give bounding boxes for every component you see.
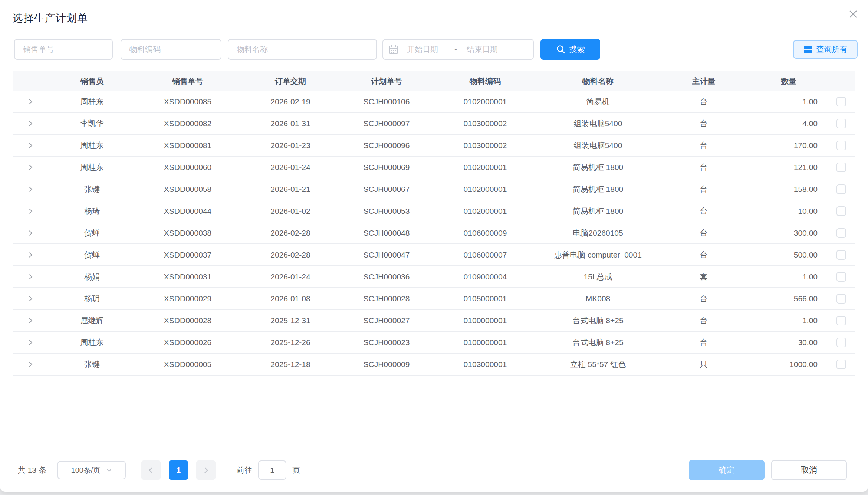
row-checkbox[interactable]: [836, 206, 846, 216]
cell-plan-no: SCJH000106: [341, 97, 432, 106]
cell-unit: 台: [657, 184, 750, 194]
cell-plan-no: SCJH000009: [341, 360, 432, 369]
table-row[interactable]: 周桂东 XSDD000060 2026-01-24 SCJH000069 010…: [13, 157, 855, 178]
table-row[interactable]: 周桂东 XSDD000085 2026-02-19 SCJH000106 010…: [13, 91, 855, 113]
table-row[interactable]: 周桂东 XSDD000026 2025-12-26 SCJH000023 010…: [13, 332, 855, 354]
bottom-bar: 共 13 条 100条/页 1 前往: [0, 460, 868, 480]
cell-qty: 10.00: [750, 207, 827, 216]
table-row[interactable]: 杨玥 XSDD000029 2026-01-08 SCJH000028 0105…: [13, 288, 855, 310]
cell-material-code: 0100000001: [432, 316, 539, 325]
expand-chevron-icon[interactable]: [27, 186, 34, 193]
material-code-input[interactable]: [121, 39, 221, 60]
cell-sales-order: XSDD000060: [136, 163, 240, 172]
goto-page-input[interactable]: [258, 460, 286, 480]
col-header-sales-order: 销售单号: [136, 76, 240, 86]
expand-chevron-icon[interactable]: [27, 120, 34, 127]
sales-order-input[interactable]: [14, 39, 113, 60]
table-row[interactable]: 张键 XSDD000005 2025-12-18 SCJH000009 0103…: [13, 354, 855, 376]
table-row[interactable]: 李凯华 XSDD000082 2026-01-31 SCJH000097 010…: [13, 113, 855, 135]
row-checkbox[interactable]: [836, 272, 846, 282]
query-all-button-label: 查询所有: [816, 44, 848, 55]
search-button[interactable]: 搜索: [540, 39, 600, 60]
cell-material-code: 0102000001: [432, 97, 539, 106]
row-checkbox[interactable]: [836, 316, 846, 325]
table-body: 周桂东 XSDD000085 2026-02-19 SCJH000106 010…: [13, 91, 855, 376]
row-checkbox[interactable]: [836, 119, 846, 128]
row-checkbox[interactable]: [836, 338, 846, 347]
cell-delivery-date: 2026-01-21: [240, 185, 341, 194]
date-start-placeholder[interactable]: 开始日期: [407, 44, 451, 55]
cell-material-code: 0100000001: [432, 338, 539, 347]
expand-chevron-icon[interactable]: [27, 361, 34, 368]
cell-material-code: 0105000001: [432, 294, 539, 303]
expand-chevron-icon[interactable]: [27, 142, 34, 149]
expand-chevron-icon[interactable]: [27, 98, 34, 105]
cell-delivery-date: 2026-02-28: [240, 229, 341, 237]
date-end-placeholder[interactable]: 结束日期: [467, 44, 511, 55]
page-number-current[interactable]: 1: [169, 460, 188, 480]
row-checkbox[interactable]: [836, 97, 846, 106]
cell-qty: 1.00: [750, 97, 827, 106]
expand-chevron-icon[interactable]: [27, 273, 34, 280]
dialog-title: 选择生产计划单: [13, 11, 88, 25]
cell-qty: 1.00: [750, 316, 827, 325]
expand-chevron-icon[interactable]: [27, 339, 34, 346]
cell-material-name: 简易机柜 1800: [539, 162, 657, 173]
table-row[interactable]: 贺蝉 XSDD000038 2026-02-28 SCJH000048 0106…: [13, 222, 855, 244]
col-header-qty: 数量: [750, 76, 827, 86]
cell-sales-order: XSDD000058: [136, 185, 240, 194]
cell-sales-order: XSDD000026: [136, 338, 240, 347]
prev-page-button[interactable]: [141, 460, 161, 480]
row-checkbox[interactable]: [836, 360, 846, 369]
cell-material-code: 0102000001: [432, 163, 539, 172]
expand-chevron-icon[interactable]: [27, 317, 34, 324]
select-production-plan-dialog: 选择生产计划单: [0, 0, 868, 492]
expand-chevron-icon[interactable]: [27, 252, 34, 258]
cell-material-code: 0102000001: [432, 185, 539, 194]
confirm-button[interactable]: 确定: [689, 460, 765, 480]
cell-unit: 台: [657, 162, 750, 173]
table-row[interactable]: 周桂东 XSDD000081 2026-01-23 SCJH000096 010…: [13, 135, 855, 157]
cell-qty: 30.00: [750, 338, 827, 347]
cell-material-code: 0106000009: [432, 229, 539, 237]
cell-sales-order: XSDD000037: [136, 250, 240, 259]
cell-sales-order: XSDD000038: [136, 229, 240, 237]
expand-chevron-icon[interactable]: [27, 208, 34, 214]
table-row[interactable]: 杨琦 XSDD000044 2026-01-02 SCJH000053 0102…: [13, 200, 855, 222]
cell-delivery-date: 2026-01-02: [240, 207, 341, 216]
page-size-select[interactable]: 100条/页: [57, 461, 126, 479]
row-checkbox[interactable]: [836, 228, 846, 238]
expand-chevron-icon[interactable]: [27, 164, 34, 171]
row-checkbox[interactable]: [836, 250, 846, 260]
cell-plan-no: SCJH000067: [341, 185, 432, 194]
cancel-button[interactable]: 取消: [771, 460, 847, 480]
cell-plan-no: SCJH000027: [341, 316, 432, 325]
cell-delivery-date: 2026-01-23: [240, 141, 341, 150]
query-all-button[interactable]: 查询所有: [793, 40, 858, 59]
cell-qty: 1000.00: [750, 360, 827, 369]
table-row[interactable]: 张键 XSDD000058 2026-01-21 SCJH000067 0102…: [13, 178, 855, 200]
date-range-picker[interactable]: 开始日期 - 结束日期: [382, 39, 534, 60]
expand-chevron-icon[interactable]: [27, 230, 34, 236]
cell-salesperson: 周桂东: [48, 96, 136, 107]
table-row[interactable]: 杨娟 XSDD000031 2026-01-24 SCJH000036 0109…: [13, 266, 855, 288]
cell-unit: 台: [657, 206, 750, 216]
row-checkbox[interactable]: [836, 163, 846, 172]
next-page-button[interactable]: [196, 460, 216, 480]
cell-sales-order: XSDD000031: [136, 272, 240, 281]
expand-chevron-icon[interactable]: [27, 295, 34, 302]
table-row[interactable]: 贺蝉 XSDD000037 2026-02-28 SCJH000047 0106…: [13, 244, 855, 266]
cell-plan-no: SCJH000069: [341, 163, 432, 172]
col-header-material-name: 物料名称: [539, 76, 657, 86]
close-icon[interactable]: [846, 7, 860, 21]
row-checkbox[interactable]: [836, 184, 846, 194]
cell-material-name: 简易机柜 1800: [539, 184, 657, 194]
cell-unit: 台: [657, 228, 750, 238]
date-separator: -: [454, 45, 457, 54]
cell-material-name: 15L总成: [539, 272, 657, 282]
row-checkbox[interactable]: [836, 141, 846, 150]
material-name-input[interactable]: [228, 39, 377, 60]
cell-unit: 台: [657, 96, 750, 107]
table-row[interactable]: 屈继辉 XSDD000028 2025-12-31 SCJH000027 010…: [13, 310, 855, 332]
row-checkbox[interactable]: [836, 294, 846, 304]
